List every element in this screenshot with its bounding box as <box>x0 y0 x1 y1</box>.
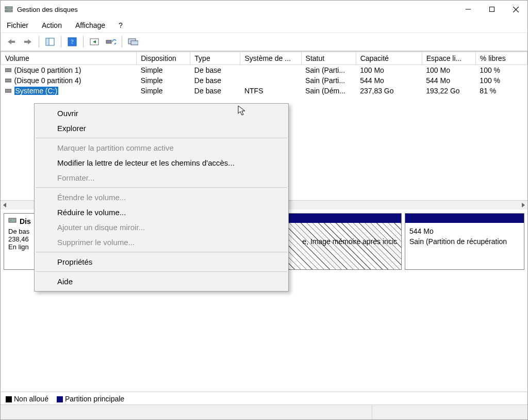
cell-type: De base <box>190 65 240 76</box>
cm-mirror: Ajouter un disque miroir... <box>35 220 288 235</box>
table-row[interactable]: (Disque 0 partition 1) Simple De base Sa… <box>1 65 527 76</box>
menu-help[interactable]: ? <box>117 20 125 30</box>
volume-icon <box>5 68 11 73</box>
col-volume[interactable]: Volume <box>1 52 137 65</box>
svg-rect-21 <box>5 89 11 92</box>
toolbar-refresh-button[interactable] <box>87 35 102 49</box>
cm-explore[interactable]: Explorer <box>35 121 288 136</box>
col-disposition[interactable]: Disposition <box>137 52 190 65</box>
disk-icon <box>8 217 16 225</box>
cell-disposition: Simple <box>137 75 190 86</box>
scroll-right-button[interactable] <box>519 201 527 209</box>
toolbar-separator <box>122 36 122 47</box>
svg-point-23 <box>10 220 11 221</box>
cell-type: De base <box>190 86 240 96</box>
volume-table: Volume Disposition Type Système de ... S… <box>1 52 527 96</box>
close-button[interactable] <box>504 1 527 18</box>
cell-fs <box>240 75 301 86</box>
minimize-button[interactable] <box>456 1 480 18</box>
menu-file[interactable]: Fichier <box>5 20 30 30</box>
col-free[interactable]: Espace li... <box>422 52 475 65</box>
context-menu: Ouvrir Explorer Marquer la partition com… <box>34 103 289 292</box>
svg-point-2 <box>6 7 7 8</box>
volume-name: (Disque 0 partition 1) <box>14 66 81 74</box>
volume-name: (Disque 0 partition 4) <box>14 76 81 85</box>
svg-point-3 <box>6 10 7 11</box>
cell-status: Sain (Parti... <box>301 65 356 76</box>
status-segment <box>372 405 527 419</box>
legend-primary: Partition principale <box>65 395 124 403</box>
col-pctfree[interactable]: % libres <box>475 52 527 65</box>
toolbar-help-button[interactable]: ? <box>65 35 79 49</box>
legend-swatch-unallocated <box>6 396 12 402</box>
cm-shrink[interactable]: Réduire le volume... <box>35 205 288 220</box>
maximize-button[interactable] <box>480 1 504 18</box>
app-icon <box>5 5 13 13</box>
toolbar-show-hide-button[interactable] <box>43 35 57 49</box>
toolbar-separator <box>83 36 84 47</box>
window-title: Gestion des disques <box>17 6 78 13</box>
cm-delete: Supprimer le volume... <box>35 235 288 250</box>
cm-open[interactable]: Ouvrir <box>35 106 288 121</box>
svg-rect-5 <box>490 7 494 12</box>
cell-status: Sain (Dém... <box>301 86 356 96</box>
table-row[interactable]: (Disque 0 partition 4) Simple De base Sa… <box>1 75 527 86</box>
cell-free: 193,22 Go <box>422 86 475 96</box>
cell-pctfree: 100 % <box>475 75 527 86</box>
toolbar-separator <box>39 36 39 47</box>
table-row-selected[interactable]: Systeme (C:) Simple De base NTFS Sain (D… <box>1 86 527 96</box>
col-status[interactable]: Statut <box>301 52 356 65</box>
col-type[interactable]: Type <box>190 52 240 65</box>
disk-title: Dis <box>20 217 31 225</box>
cell-disposition: Simple <box>137 65 190 76</box>
menu-view[interactable]: Affichage <box>73 20 107 30</box>
svg-rect-18 <box>131 41 138 45</box>
disk-management-window: Gestion des disques Fichier Action Affic… <box>0 0 528 420</box>
status-segment <box>1 405 372 419</box>
legend: Non alloué Partition principale <box>1 392 527 405</box>
scroll-left-button[interactable] <box>1 201 9 209</box>
svg-rect-19 <box>5 69 11 72</box>
cm-separator <box>36 271 287 272</box>
cell-fs: NTFS <box>240 86 301 96</box>
cell-status: Sain (Parti... <box>301 75 356 86</box>
toolbar-settings-button[interactable] <box>126 35 140 49</box>
col-capacity[interactable]: Capacité <box>356 52 422 65</box>
cm-extend: Étendre le volume... <box>35 190 288 205</box>
toolbar-forward-button[interactable] <box>21 35 35 49</box>
cell-fs <box>240 65 301 76</box>
svg-rect-12 <box>46 39 48 45</box>
svg-rect-22 <box>9 218 16 222</box>
svg-rect-8 <box>11 41 15 43</box>
cell-capacity: 100 Mo <box>356 65 422 76</box>
svg-rect-9 <box>24 41 28 43</box>
statusbar <box>1 405 527 419</box>
table-header-row: Volume Disposition Type Système de ... S… <box>1 52 527 65</box>
cm-mark-active: Marquer la partition comme active <box>35 140 288 155</box>
col-filesystem[interactable]: Système de ... <box>240 52 301 65</box>
toolbar-rescan-button[interactable] <box>104 35 118 49</box>
svg-rect-20 <box>5 79 11 82</box>
menu-action[interactable]: Action <box>40 20 64 30</box>
legend-swatch-primary <box>57 396 63 402</box>
partition-body: 544 Mo Sain (Partition de récupération <box>405 223 524 269</box>
toolbar-separator <box>61 36 61 47</box>
cm-help[interactable]: Aide <box>35 274 288 289</box>
svg-text:?: ? <box>71 38 73 45</box>
cell-pctfree: 81 % <box>475 86 527 96</box>
cm-change-letter[interactable]: Modifier la lettre de lecteur et les che… <box>35 155 288 170</box>
menubar: Fichier Action Affichage ? <box>1 18 527 33</box>
cm-properties[interactable]: Propriétés <box>35 254 288 269</box>
titlebar: Gestion des disques <box>1 1 527 18</box>
cell-capacity: 544 Mo <box>356 75 422 86</box>
cm-format: Formater... <box>35 170 288 185</box>
toolbar: ? <box>1 33 527 51</box>
cell-free: 100 Mo <box>422 65 475 76</box>
svg-rect-16 <box>106 40 111 43</box>
volume-icon <box>5 88 11 93</box>
partition-size: 544 Mo <box>409 226 520 236</box>
toolbar-back-button[interactable] <box>4 35 19 49</box>
partition-status: Sain (Partition de récupération <box>409 236 520 247</box>
partition-block[interactable]: 544 Mo Sain (Partition de récupération <box>405 213 524 270</box>
partition-stripe <box>405 214 524 223</box>
